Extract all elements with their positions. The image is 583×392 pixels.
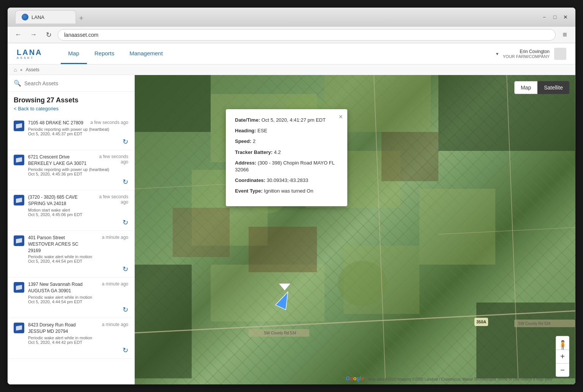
asset-address: 401 Parson Street WESTOVER ACRES SC 2916… — [28, 235, 90, 254]
back-button[interactable]: ← — [12, 29, 24, 41]
asset-time-ago: a few seconds ago — [90, 120, 128, 126]
tab-reports[interactable]: Reports — [87, 43, 122, 64]
svg-rect-17 — [173, 208, 230, 257]
list-item[interactable]: 8423 Dorsey Run Road JESSUP MD 20794 a m… — [8, 318, 134, 359]
address-bar[interactable] — [58, 29, 556, 41]
refresh-icon[interactable]: ↻ — [28, 218, 128, 227]
window-controls: − □ ✕ — [539, 12, 571, 22]
asset-list: 7105 48 DRAKE NC 27809 a few seconds ago… — [8, 113, 134, 384]
minimize-button[interactable]: − — [539, 12, 550, 22]
logo-sub: ASSET — [17, 56, 34, 60]
asset-details: 8423 Dorsey Run Road JESSUP MD 20794 a m… — [28, 322, 128, 354]
map-view-button[interactable]: Map — [514, 81, 537, 94]
popup-address: Address: (300 - 398) Chopin Road MAYO FL… — [235, 160, 338, 173]
tab-management[interactable]: Management — [122, 43, 170, 64]
popup-datetime: Date/Time: Oct 5, 2020, 4:41:27 pm EDT — [235, 117, 338, 124]
search-icon: 🔍 — [14, 80, 21, 87]
asset-date: Oct 5, 2020, 4:44:42 pm EDT — [28, 340, 128, 345]
back-to-categories-link[interactable]: < Back to categories — [14, 106, 128, 111]
svg-rect-16 — [381, 132, 438, 181]
map-attribution: Map data ©2020 Imagery ©2020 Landsat / C… — [368, 377, 553, 381]
refresh-icon[interactable]: ↻ — [28, 138, 128, 146]
popup-coordinates: Coordinates: 30.09343;-83.2833 — [235, 177, 338, 184]
nav-tabs: Map Reports Management — [61, 43, 170, 64]
asset-date: Oct 5, 2020, 4:44:54 pm EDT — [28, 299, 128, 304]
user-info: Erin Covington YOUR FARM/COMPANY — [503, 49, 550, 59]
svg-rect-0 — [135, 75, 211, 132]
svg-rect-10 — [419, 189, 495, 265]
zoom-controls: + − — [556, 350, 569, 377]
map-controls: Map Satellite — [514, 81, 569, 94]
svg-text:350A: 350A — [476, 320, 486, 324]
tab-map[interactable]: Map — [61, 43, 87, 64]
asset-time-ago: a minute ago — [90, 235, 128, 254]
user-company: YOUR FARM/COMPANY — [503, 54, 550, 59]
tab-title: LANA — [32, 14, 44, 20]
asset-address: 8423 Dorsey Run Road JESSUP MD 20794 — [28, 322, 90, 335]
svg-rect-15 — [249, 227, 317, 272]
svg-text:SW County Rd 534: SW County Rd 534 — [264, 331, 296, 335]
asset-time-ago: a minute ago — [90, 322, 128, 335]
asset-address: 6721 Crescent Drive BERKELEY LAKE GA 300… — [28, 154, 90, 167]
zoom-in-button[interactable]: + — [556, 350, 569, 363]
map-svg: SW County Rd 534 SW County Rd 534 350A — [135, 75, 575, 384]
user-name: Erin Covington — [503, 49, 550, 54]
svg-point-14 — [338, 261, 387, 306]
list-item[interactable]: 6721 Crescent Drive BERKELEY LAKE GA 300… — [8, 150, 134, 191]
asset-time-ago: a few seconds ago — [90, 194, 128, 207]
refresh-icon[interactable]: ↻ — [28, 265, 128, 273]
asset-details: 7105 48 DRAKE NC 27809 a few seconds ago… — [28, 120, 128, 146]
header-right: ▾ Erin Covington YOUR FARM/COMPANY — [496, 48, 566, 60]
asset-date: Oct 5, 2020, 4:45:37 pm EDT — [28, 132, 128, 136]
home-icon: ⌂ — [14, 67, 17, 73]
list-item[interactable]: 401 Parson Street WESTOVER ACRES SC 2916… — [8, 231, 134, 278]
search-input[interactable] — [24, 80, 128, 86]
asset-time-ago: a few seconds ago — [90, 154, 128, 167]
asset-status: Periodic wake alert while in motion — [28, 336, 128, 340]
popup-battery: Tracker Battery: 4.2 — [235, 149, 338, 156]
asset-details: 401 Parson Street WESTOVER ACRES SC 2916… — [28, 235, 128, 273]
asset-address: 7105 48 DRAKE NC 27809 — [28, 120, 83, 126]
asset-icon — [14, 155, 24, 165]
list-item[interactable]: (3720 - 3820) 685 CAVE SPRING VA 24018 a… — [8, 190, 134, 231]
refresh-icon[interactable]: ↻ — [28, 346, 128, 354]
refresh-icon[interactable]: ↻ — [28, 178, 128, 186]
maximize-button[interactable]: □ — [550, 12, 560, 22]
asset-icon — [14, 235, 24, 246]
asset-icon — [14, 323, 24, 333]
breadcrumb-assets: Assets — [26, 67, 39, 72]
popup-heading: Heading: ESE — [235, 127, 338, 134]
satellite-view-button[interactable]: Satellite — [537, 81, 569, 94]
tab-favicon — [22, 14, 28, 20]
browser-window: LANA + − □ ✕ ← → ↻ ≡ LANA ASSET Map Repo… — [8, 8, 575, 384]
list-item[interactable]: 1397 New Savannah Road AUGUSTA GA 30901 … — [8, 278, 134, 318]
asset-date: Oct 5, 2020, 4:45:06 pm EDT — [28, 212, 128, 217]
browsing-title: Browsing 27 Assets — [14, 96, 128, 104]
tab-bar: LANA + — [15, 10, 536, 24]
app-container: LANA ASSET Map Reports Management ▾ Erin… — [8, 43, 575, 384]
forward-button[interactable]: → — [27, 29, 39, 41]
browser-tab-lana[interactable]: LANA — [15, 10, 76, 24]
new-tab-button[interactable]: + — [76, 13, 87, 24]
logo-area: LANA ASSET — [17, 48, 43, 60]
google-logo: Google — [346, 375, 364, 381]
reload-button[interactable]: ↻ — [43, 29, 55, 41]
refresh-icon[interactable]: ↻ — [28, 306, 128, 314]
asset-date: Oct 5, 2020, 4:44:54 pm EDT — [28, 259, 128, 263]
asset-status: Periodic wake alert while in motion — [28, 295, 128, 299]
map-satellite-bg: SW County Rd 534 SW County Rd 534 350A — [135, 75, 575, 384]
breadcrumb: ⌂ ● Assets — [8, 64, 575, 75]
asset-status: Periodic wake alert while in motion — [28, 254, 128, 259]
zoom-out-button[interactable]: − — [556, 363, 569, 377]
main-content: 🔍 Browsing 27 Assets < Back to categorie… — [8, 75, 575, 384]
asset-details: 6721 Crescent Drive BERKELEY LAKE GA 300… — [28, 154, 128, 187]
user-avatar — [554, 48, 566, 60]
asset-details: 1397 New Savannah Road AUGUSTA GA 30901 … — [28, 281, 128, 314]
map-area[interactable]: SW County Rd 534 SW County Rd 534 350A — [135, 75, 575, 384]
sidebar-header: Browsing 27 Assets < Back to categories — [8, 92, 134, 113]
svg-rect-8 — [211, 265, 325, 321]
browser-menu-button[interactable]: ≡ — [559, 29, 571, 41]
close-button[interactable]: ✕ — [560, 12, 571, 22]
list-item[interactable]: 7105 48 DRAKE NC 27809 a few seconds ago… — [8, 116, 134, 150]
popup-close-button[interactable]: × — [339, 113, 343, 121]
